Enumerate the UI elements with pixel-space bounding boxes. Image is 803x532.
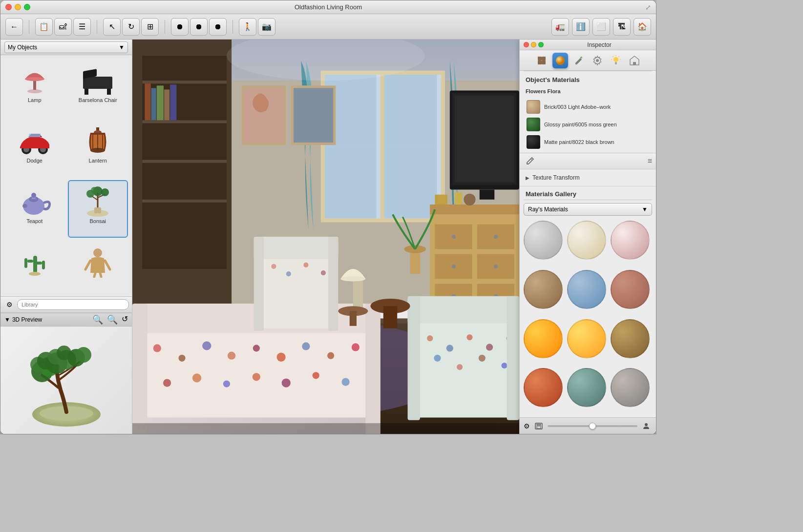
swatch-orange-dark[interactable] (524, 368, 563, 407)
material-item-matte[interactable]: Matte paint/8022 black brown (524, 133, 652, 151)
bottom-gear-button[interactable]: ⚙ (524, 422, 530, 430)
menu-dots-button[interactable]: ≡ (648, 157, 652, 165)
svg-rect-144 (328, 237, 338, 331)
objects-dropdown[interactable]: My Objects ▼ (4, 41, 128, 53)
svg-point-109 (253, 345, 260, 351)
swatch-red-floral[interactable] (611, 221, 650, 260)
eyedropper-button[interactable] (524, 155, 536, 167)
svg-point-114 (163, 379, 171, 387)
swatch-gray-stone[interactable] (611, 368, 650, 407)
floor-plan-button[interactable]: 🏗 (613, 18, 631, 36)
bottom-slider[interactable] (548, 425, 637, 427)
rotate-tool[interactable]: ↻ (122, 18, 140, 36)
inspector-minimize-button[interactable] (531, 42, 536, 47)
home-icon: 🏠 (637, 22, 647, 31)
object-item-bonsai[interactable]: Bonsai (68, 180, 128, 238)
object-item-person[interactable] (68, 241, 128, 292)
split-view-button[interactable]: ⬜ (592, 18, 610, 36)
svg-rect-94 (455, 96, 514, 183)
swatches-grid (520, 219, 656, 417)
svg-point-170 (613, 57, 618, 62)
texture-transform-toggle[interactable]: ▶ Texture Transform (526, 172, 650, 183)
objects-button[interactable]: 📋 (35, 18, 53, 36)
svg-point-30 (101, 188, 109, 196)
bottom-save-button[interactable] (533, 420, 545, 432)
swatch-teal-fabric[interactable] (567, 368, 606, 407)
svg-point-125 (427, 335, 433, 341)
viewport[interactable]: ⋮⋮⋮ (132, 40, 519, 434)
svg-point-138 (271, 264, 276, 269)
zoom-in-icon[interactable]: 🔍 (92, 314, 103, 325)
svg-point-86 (452, 235, 456, 239)
home-button[interactable]: 🏠 (634, 18, 651, 36)
main-content: My Objects ▼ Lamp (0, 40, 656, 434)
svg-rect-166 (542, 61, 546, 64)
search-gear-button[interactable]: ⚙ (3, 299, 15, 310)
disclosure-arrow-icon: ▶ (526, 175, 529, 181)
object-item-lamp[interactable]: Lamp (4, 59, 65, 117)
preview-toggle[interactable]: ▼ 3D Preview (4, 316, 42, 323)
reset-icon[interactable]: ↺ (122, 314, 128, 325)
gallery-dropdown-label: Ray's Materials (528, 206, 568, 213)
object-item-teapot[interactable]: Teapot (4, 180, 65, 238)
tab-objects[interactable] (534, 53, 549, 68)
scale-tool[interactable]: ⊞ (141, 18, 159, 36)
object-item-cactus[interactable] (4, 241, 65, 292)
tab-materials[interactable] (552, 53, 568, 68)
maximize-button[interactable] (24, 4, 30, 10)
material-item-glossy[interactable]: Glossy paint/6005 moss green (524, 116, 652, 133)
svg-rect-123 (365, 304, 380, 434)
list-button[interactable]: ☰ (73, 18, 91, 36)
render-on-button[interactable]: ⏺ (190, 18, 208, 36)
scale-icon: ⊞ (147, 22, 153, 31)
inspector-maximize-button[interactable] (538, 42, 544, 47)
svg-point-116 (223, 380, 230, 387)
swatch-orange-bright[interactable] (524, 319, 563, 358)
close-button[interactable] (5, 4, 12, 10)
toolbar-sep-3 (165, 20, 165, 34)
swatch-cream-floral[interactable] (567, 221, 606, 260)
truck-button[interactable]: 🚛 (551, 18, 569, 36)
info-button[interactable]: ℹ️ (572, 18, 590, 36)
object-item-dodge[interactable]: Dodge (4, 120, 65, 177)
lantern-label: Lantern (89, 158, 107, 164)
svg-rect-156 (294, 88, 333, 143)
lamp-svg (18, 64, 52, 96)
object-item-lantern[interactable]: Lantern (68, 120, 128, 177)
swatch-wood-brown[interactable] (611, 319, 650, 358)
walk-button[interactable]: 🚶 (239, 18, 256, 36)
render-alt-button[interactable]: ⏺ (209, 18, 227, 36)
swatch-gray-floral[interactable] (524, 221, 563, 260)
swatch-yellow-orange[interactable] (567, 319, 606, 358)
main-window: Oldfashion Living Room ⤢ ← 📋 🛋 ☰ ↖ ↻ ⊞ ⏺… (0, 0, 656, 434)
render-off-button[interactable]: ⏺ (171, 18, 189, 36)
tab-room[interactable] (627, 53, 642, 68)
swatch-blue-argyle[interactable] (567, 270, 606, 309)
svg-point-112 (327, 352, 334, 359)
minimize-button[interactable] (15, 4, 21, 10)
material-item-brick[interactable]: Brick/003 Light Adobe–work (524, 98, 652, 116)
view-tools: 🚶 📷 (239, 18, 275, 36)
camera-button[interactable]: 📷 (258, 18, 275, 36)
object-item-chair[interactable]: Barselona Chair (68, 59, 128, 117)
objects-materials-title: Object's Materials (520, 71, 656, 86)
texture-transform-section: ▶ Texture Transform (520, 169, 656, 186)
svg-rect-67 (170, 84, 176, 120)
svg-point-87 (494, 235, 498, 239)
swatch-brown-damask[interactable] (524, 270, 563, 309)
bottom-profile-button[interactable] (640, 420, 652, 432)
materials-button[interactable]: 🛋 (54, 18, 72, 36)
svg-rect-79 (430, 205, 519, 214)
preview-area (0, 327, 132, 434)
inspector-close-button[interactable] (524, 42, 529, 47)
search-input[interactable] (17, 299, 129, 310)
gallery-dropdown[interactable]: Ray's Materials ▼ (524, 203, 652, 216)
zoom-out-icon[interactable]: 🔍 (107, 314, 118, 325)
tab-edit[interactable] (571, 53, 587, 68)
svg-point-161 (464, 194, 475, 205)
tab-lights[interactable] (608, 53, 624, 68)
swatch-rust-linen[interactable] (611, 270, 650, 309)
back-button[interactable]: ← (5, 18, 23, 36)
cursor-tool[interactable]: ↖ (103, 18, 121, 36)
tab-settings[interactable] (590, 53, 605, 68)
